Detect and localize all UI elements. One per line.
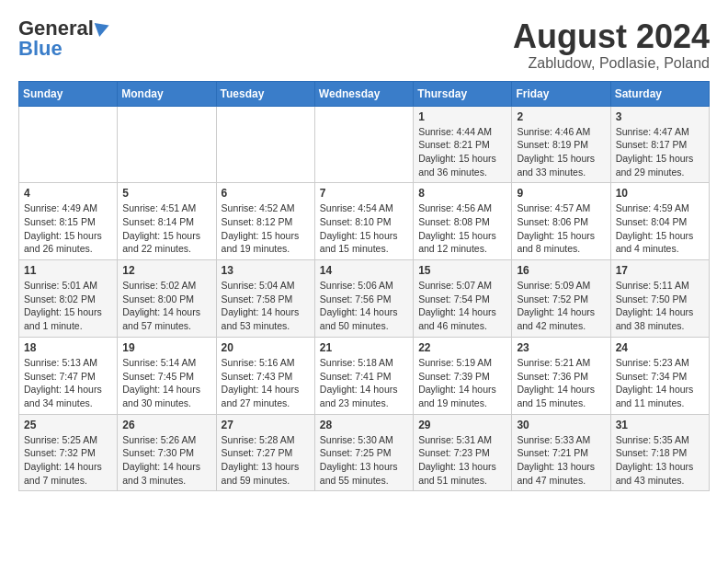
day-info: Sunrise: 5:33 AM Sunset: 7:21 PM Dayligh… bbox=[517, 433, 605, 488]
day-number: 6 bbox=[222, 187, 310, 200]
day-number: 26 bbox=[122, 419, 210, 431]
day-info: Sunrise: 4:46 AM Sunset: 8:19 PM Dayligh… bbox=[517, 125, 605, 179]
day-info: Sunrise: 5:21 AM Sunset: 7:36 PM Dayligh… bbox=[517, 356, 605, 410]
calendar-cell: 1Sunrise: 4:44 AM Sunset: 8:21 PM Daylig… bbox=[414, 106, 512, 183]
day-number: 10 bbox=[616, 187, 704, 200]
day-info: Sunrise: 5:01 AM Sunset: 8:02 PM Dayligh… bbox=[24, 279, 112, 333]
day-info: Sunrise: 4:56 AM Sunset: 8:08 PM Dayligh… bbox=[418, 201, 506, 256]
day-info: Sunrise: 5:18 AM Sunset: 7:41 PM Dayligh… bbox=[320, 356, 408, 410]
day-number: 29 bbox=[418, 419, 506, 431]
calendar-cell: 12Sunrise: 5:02 AM Sunset: 8:00 PM Dayli… bbox=[118, 260, 216, 338]
day-number: 1 bbox=[418, 110, 506, 123]
calendar-cell: 3Sunrise: 4:47 AM Sunset: 8:17 PM Daylig… bbox=[610, 106, 709, 183]
day-number: 24 bbox=[616, 341, 704, 354]
day-info: Sunrise: 5:02 AM Sunset: 8:00 PM Dayligh… bbox=[122, 279, 210, 333]
day-info: Sunrise: 5:31 AM Sunset: 7:23 PM Dayligh… bbox=[418, 433, 506, 488]
calendar-cell: 30Sunrise: 5:33 AM Sunset: 7:21 PM Dayli… bbox=[512, 414, 610, 491]
day-info: Sunrise: 4:51 AM Sunset: 8:14 PM Dayligh… bbox=[122, 201, 210, 256]
day-number: 4 bbox=[24, 187, 112, 200]
day-info: Sunrise: 4:47 AM Sunset: 8:17 PM Dayligh… bbox=[616, 125, 704, 179]
calendar-cell: 20Sunrise: 5:16 AM Sunset: 7:43 PM Dayli… bbox=[216, 337, 314, 414]
calendar-cell: 17Sunrise: 5:11 AM Sunset: 7:50 PM Dayli… bbox=[610, 260, 709, 338]
day-info: Sunrise: 4:59 AM Sunset: 8:04 PM Dayligh… bbox=[616, 201, 704, 256]
calendar-cell bbox=[314, 106, 413, 183]
day-number: 16 bbox=[517, 264, 605, 277]
day-info: Sunrise: 4:44 AM Sunset: 8:21 PM Dayligh… bbox=[418, 125, 506, 179]
day-number: 8 bbox=[418, 187, 506, 200]
header-wednesday: Wednesday bbox=[314, 81, 413, 106]
calendar-cell: 8Sunrise: 4:56 AM Sunset: 8:08 PM Daylig… bbox=[414, 183, 512, 260]
calendar-cell: 19Sunrise: 5:14 AM Sunset: 7:45 PM Dayli… bbox=[118, 337, 216, 414]
calendar-cell: 13Sunrise: 5:04 AM Sunset: 7:58 PM Dayli… bbox=[216, 260, 314, 338]
calendar-cell bbox=[216, 106, 314, 183]
calendar-week-4: 25Sunrise: 5:25 AM Sunset: 7:32 PM Dayli… bbox=[19, 414, 710, 491]
day-info: Sunrise: 5:04 AM Sunset: 7:58 PM Dayligh… bbox=[222, 279, 310, 333]
calendar-cell bbox=[118, 106, 216, 183]
header-monday: Monday bbox=[118, 81, 216, 106]
day-number: 9 bbox=[517, 187, 605, 200]
calendar-header-row: SundayMondayTuesdayWednesdayThursdayFrid… bbox=[19, 81, 710, 106]
calendar-cell: 11Sunrise: 5:01 AM Sunset: 8:02 PM Dayli… bbox=[19, 260, 118, 338]
day-info: Sunrise: 4:57 AM Sunset: 8:06 PM Dayligh… bbox=[517, 201, 605, 256]
day-info: Sunrise: 5:11 AM Sunset: 7:50 PM Dayligh… bbox=[616, 279, 704, 333]
day-info: Sunrise: 4:52 AM Sunset: 8:12 PM Dayligh… bbox=[222, 201, 310, 256]
day-info: Sunrise: 5:13 AM Sunset: 7:47 PM Dayligh… bbox=[24, 356, 112, 410]
header-saturday: Saturday bbox=[610, 81, 709, 106]
header-friday: Friday bbox=[512, 81, 610, 106]
day-info: Sunrise: 5:07 AM Sunset: 7:54 PM Dayligh… bbox=[418, 279, 506, 333]
day-number: 13 bbox=[222, 264, 310, 277]
calendar-week-1: 4Sunrise: 4:49 AM Sunset: 8:15 PM Daylig… bbox=[19, 183, 710, 260]
day-info: Sunrise: 5:26 AM Sunset: 7:30 PM Dayligh… bbox=[122, 433, 210, 488]
calendar-cell: 16Sunrise: 5:09 AM Sunset: 7:52 PM Dayli… bbox=[512, 260, 610, 338]
calendar-week-3: 18Sunrise: 5:13 AM Sunset: 7:47 PM Dayli… bbox=[19, 337, 710, 414]
day-number: 3 bbox=[616, 110, 704, 123]
header-thursday: Thursday bbox=[414, 81, 512, 106]
day-info: Sunrise: 5:25 AM Sunset: 7:32 PM Dayligh… bbox=[24, 433, 112, 488]
logo-general: General bbox=[18, 18, 94, 39]
day-number: 2 bbox=[517, 110, 605, 123]
calendar-cell: 22Sunrise: 5:19 AM Sunset: 7:39 PM Dayli… bbox=[414, 337, 512, 414]
calendar-cell bbox=[19, 106, 118, 183]
calendar-cell: 6Sunrise: 4:52 AM Sunset: 8:12 PM Daylig… bbox=[216, 183, 314, 260]
day-info: Sunrise: 5:19 AM Sunset: 7:39 PM Dayligh… bbox=[418, 356, 506, 410]
calendar-cell: 25Sunrise: 5:25 AM Sunset: 7:32 PM Dayli… bbox=[19, 414, 118, 491]
calendar-cell: 27Sunrise: 5:28 AM Sunset: 7:27 PM Dayli… bbox=[216, 414, 314, 491]
calendar-cell: 26Sunrise: 5:26 AM Sunset: 7:30 PM Dayli… bbox=[118, 414, 216, 491]
day-info: Sunrise: 5:06 AM Sunset: 7:56 PM Dayligh… bbox=[320, 279, 408, 333]
calendar-cell: 10Sunrise: 4:59 AM Sunset: 8:04 PM Dayli… bbox=[610, 183, 709, 260]
day-number: 28 bbox=[320, 419, 408, 431]
day-info: Sunrise: 4:54 AM Sunset: 8:10 PM Dayligh… bbox=[320, 201, 408, 256]
day-number: 11 bbox=[24, 264, 112, 277]
day-number: 27 bbox=[222, 419, 310, 431]
logo-arrow-icon bbox=[95, 18, 112, 37]
day-number: 23 bbox=[517, 341, 605, 354]
day-info: Sunrise: 5:16 AM Sunset: 7:43 PM Dayligh… bbox=[222, 356, 310, 410]
logo-top: General bbox=[18, 18, 109, 39]
calendar-week-0: 1Sunrise: 4:44 AM Sunset: 8:21 PM Daylig… bbox=[19, 106, 710, 183]
day-info: Sunrise: 5:23 AM Sunset: 7:34 PM Dayligh… bbox=[616, 356, 704, 410]
day-info: Sunrise: 5:09 AM Sunset: 7:52 PM Dayligh… bbox=[517, 279, 605, 333]
calendar-cell: 2Sunrise: 4:46 AM Sunset: 8:19 PM Daylig… bbox=[512, 106, 610, 183]
day-number: 5 bbox=[122, 187, 210, 200]
day-info: Sunrise: 5:28 AM Sunset: 7:27 PM Dayligh… bbox=[222, 433, 310, 488]
calendar-cell: 9Sunrise: 4:57 AM Sunset: 8:06 PM Daylig… bbox=[512, 183, 610, 260]
page-header: General Blue August 2024 Zabludow, Podla… bbox=[18, 18, 710, 72]
day-number: 18 bbox=[24, 341, 112, 354]
header-sunday: Sunday bbox=[19, 81, 118, 106]
day-info: Sunrise: 5:35 AM Sunset: 7:18 PM Dayligh… bbox=[616, 433, 704, 488]
calendar-cell: 4Sunrise: 4:49 AM Sunset: 8:15 PM Daylig… bbox=[19, 183, 118, 260]
calendar-cell: 7Sunrise: 4:54 AM Sunset: 8:10 PM Daylig… bbox=[314, 183, 413, 260]
calendar-cell: 29Sunrise: 5:31 AM Sunset: 7:23 PM Dayli… bbox=[414, 414, 512, 491]
calendar-cell: 24Sunrise: 5:23 AM Sunset: 7:34 PM Dayli… bbox=[610, 337, 709, 414]
day-number: 15 bbox=[418, 264, 506, 277]
day-info: Sunrise: 4:49 AM Sunset: 8:15 PM Dayligh… bbox=[24, 201, 112, 256]
calendar-cell: 14Sunrise: 5:06 AM Sunset: 7:56 PM Dayli… bbox=[314, 260, 413, 338]
day-number: 12 bbox=[122, 264, 210, 277]
header-tuesday: Tuesday bbox=[216, 81, 314, 106]
day-info: Sunrise: 5:14 AM Sunset: 7:45 PM Dayligh… bbox=[122, 356, 210, 410]
day-number: 31 bbox=[616, 419, 704, 431]
calendar-cell: 31Sunrise: 5:35 AM Sunset: 7:18 PM Dayli… bbox=[610, 414, 709, 491]
day-number: 25 bbox=[24, 419, 112, 431]
day-number: 30 bbox=[517, 419, 605, 431]
day-number: 19 bbox=[122, 341, 210, 354]
